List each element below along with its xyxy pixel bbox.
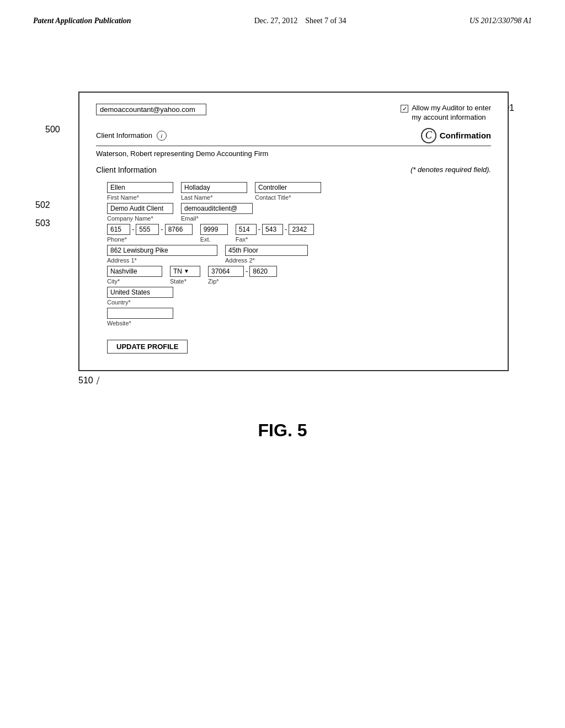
phone-prefix-input[interactable]: 555 — [136, 224, 159, 235]
ext-label: Ext. — [200, 236, 228, 243]
rep-line: Waterson, Robert representing Demo Accou… — [96, 146, 491, 158]
zip-inputs: 37064 - 8620 — [208, 266, 277, 277]
allow-auditor-text: Allow my Auditor to entermy account info… — [412, 104, 491, 122]
client-info-confirmation-row: Client Information i C Confirmation — [96, 128, 491, 143]
phone-number-input[interactable]: 8766 — [165, 224, 193, 235]
update-profile-button[interactable]: UPDATE PROFILE — [107, 340, 188, 354]
website-label: Website* — [107, 320, 173, 326]
phone-fax-row: 615 - 555 - 8766 Phone* 9999 Ext. — [107, 224, 491, 243]
fax-prefix-input[interactable]: 543 — [262, 224, 283, 235]
fax-number-input[interactable]: 2342 — [289, 224, 314, 235]
email-label: Email* — [181, 215, 253, 222]
figure-area: 500 /501 502 503 demoaccountant@yahoo.co… — [45, 92, 520, 387]
first-name-group: Ellen First Name* — [107, 182, 173, 201]
zip-group: 37064 - 8620 Zip* — [208, 266, 277, 285]
email-input[interactable]: demoauditclient@ — [181, 203, 253, 214]
label-510-row: 510 / — [78, 374, 520, 387]
zip-ext-input[interactable]: 8620 — [249, 266, 277, 277]
address1-group: 862 Lewisburg Pike Address 1* — [107, 245, 217, 264]
city-label: City* — [107, 278, 162, 285]
country-group: United States Country* — [107, 287, 173, 306]
ext-group: 9999 Ext. — [200, 224, 228, 243]
form-box: 502 503 demoaccountant@yahoo.com ✓ Allow… — [78, 92, 509, 371]
company-input[interactable]: Demo Audit Client — [107, 203, 173, 214]
header-left: Patent Application Publication — [33, 17, 131, 25]
update-btn-container: UPDATE PROFILE — [107, 334, 491, 354]
address1-label: Address 1* — [107, 257, 217, 264]
label-500: 500 — [45, 125, 60, 135]
website-group: Website* — [107, 308, 173, 326]
address2-label: Address 2* — [225, 257, 308, 264]
required-note: (* denotes required field). — [411, 165, 491, 174]
callout-502: 502 — [35, 200, 50, 210]
fax-group: 514 - 543 - 2342 Fax* — [236, 224, 315, 243]
header-date: Dec. 27, 2012 — [254, 17, 298, 25]
address2-group: 45th Floor Address 2* — [225, 245, 308, 264]
city-input[interactable]: Nashville — [107, 266, 162, 277]
main-content: 500 /501 502 503 demoaccountant@yahoo.co… — [0, 25, 565, 463]
section-title: Client Information — [96, 165, 157, 174]
city-state-zip-row: Nashville City* TN ▼ State* 37064 - — [107, 266, 491, 285]
address1-input[interactable]: 862 Lewisburg Pike — [107, 245, 217, 256]
last-name-group: Holladay Last Name* — [181, 182, 247, 201]
page-header: Patent Application Publication Dec. 27, … — [0, 0, 565, 25]
company-group: Demo Audit Client Company Name* — [107, 203, 173, 222]
header-right: US 2012/330798 A1 — [470, 17, 532, 25]
ext-input[interactable]: 9999 — [200, 224, 228, 235]
state-group: TN ▼ State* — [170, 266, 200, 285]
country-input[interactable]: United States — [107, 287, 173, 298]
phone-area-input[interactable]: 615 — [107, 224, 130, 235]
zip-label: Zip* — [208, 278, 277, 285]
fax-inputs: 514 - 543 - 2342 — [236, 224, 315, 235]
info-icon[interactable]: i — [157, 131, 167, 141]
phone-label: Phone* — [107, 236, 193, 243]
allow-auditor-checkbox[interactable]: ✓ — [401, 105, 408, 113]
figure-caption: FIG. 5 — [33, 420, 532, 441]
country-row: United States Country* — [107, 287, 491, 306]
country-label: Country* — [107, 299, 173, 306]
last-name-label: Last Name* — [181, 194, 247, 201]
company-email-row: Demo Audit Client Company Name* demoaudi… — [107, 203, 491, 222]
first-name-label: First Name* — [107, 194, 173, 201]
phone-group: 615 - 555 - 8766 Phone* — [107, 224, 193, 243]
state-select[interactable]: TN ▼ — [170, 266, 200, 277]
form-fields: Ellen First Name* Holladay Last Name* Co… — [107, 182, 491, 326]
state-dropdown-arrow: ▼ — [184, 268, 189, 274]
allow-auditor-section: ✓ Allow my Auditor to entermy account in… — [401, 104, 491, 122]
address2-input[interactable]: 45th Floor — [225, 245, 308, 256]
first-name-input[interactable]: Ellen — [107, 182, 173, 193]
zip-main-input[interactable]: 37064 — [208, 266, 244, 277]
client-info-heading: Client Information — [96, 131, 152, 140]
client-info-with-icon: Client Information i — [96, 131, 167, 141]
confirmation-icon: C — [421, 128, 436, 143]
form-top-row: demoaccountant@yahoo.com ✓ Allow my Audi… — [96, 104, 491, 122]
label-510: 510 — [78, 376, 93, 386]
contact-title-group: Controller Contact Title* — [255, 182, 321, 201]
contact-title-input[interactable]: Controller — [255, 182, 321, 193]
phone-inputs: 615 - 555 - 8766 — [107, 224, 193, 235]
fax-label: Fax* — [236, 236, 315, 243]
company-label: Company Name* — [107, 215, 173, 222]
email-display-field[interactable]: demoaccountant@yahoo.com — [96, 104, 206, 115]
state-label: State* — [170, 278, 200, 285]
website-row: Website* — [107, 308, 491, 326]
name-row: Ellen First Name* Holladay Last Name* Co… — [107, 182, 491, 201]
header-sheet: Sheet 7 of 34 — [305, 17, 346, 25]
last-name-input[interactable]: Holladay — [181, 182, 247, 193]
section-header: Client Information (* denotes required f… — [96, 165, 491, 174]
header-center: Dec. 27, 2012 Sheet 7 of 34 — [254, 17, 347, 25]
callout-503: 503 — [35, 218, 50, 228]
contact-title-label: Contact Title* — [255, 194, 321, 201]
fax-area-input[interactable]: 514 — [236, 224, 257, 235]
confirmation-label: Confirmation — [440, 131, 491, 140]
website-input[interactable] — [107, 308, 173, 319]
confirmation-section: C Confirmation — [421, 128, 491, 143]
email-group: demoauditclient@ Email* — [181, 203, 253, 222]
city-group: Nashville City* — [107, 266, 162, 285]
address-row: 862 Lewisburg Pike Address 1* 45th Floor… — [107, 245, 491, 264]
